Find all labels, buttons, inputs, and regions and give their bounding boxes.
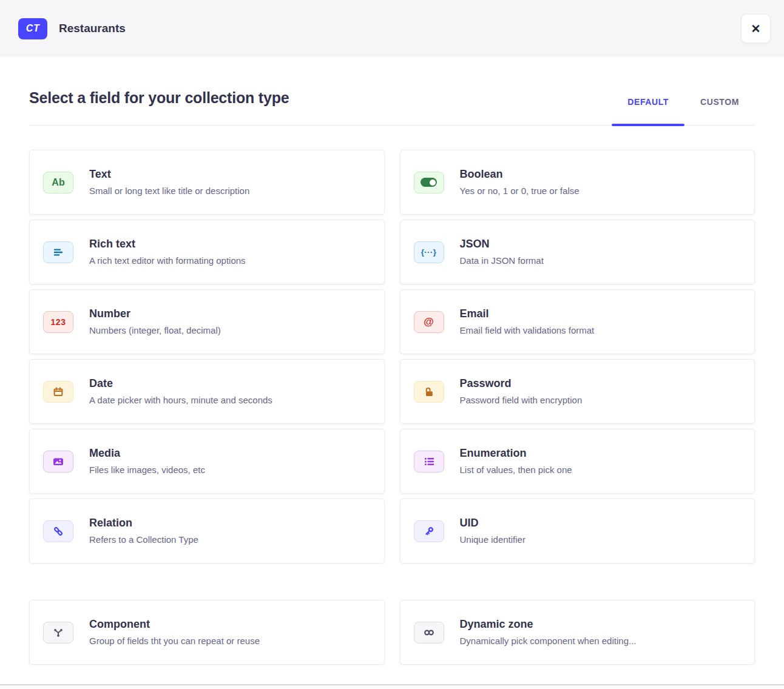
123-icon: 123 bbox=[43, 311, 73, 333]
field-description: Small or long text like title or descrip… bbox=[89, 185, 249, 197]
field-name: Component bbox=[89, 618, 260, 631]
toggle-on-icon bbox=[414, 172, 444, 193]
field-description: Files like images, videos, etc bbox=[89, 464, 205, 476]
page-title: Select a field for your collection type bbox=[29, 89, 289, 107]
field-name: Media bbox=[89, 447, 205, 460]
ab-text-icon: Ab bbox=[43, 172, 73, 193]
modal-footer-divider bbox=[0, 684, 784, 689]
field-name: Relation bbox=[89, 517, 198, 530]
field-description: Numbers (integer, float, decimal) bbox=[89, 324, 221, 337]
close-icon: ✕ bbox=[751, 23, 761, 35]
field-description: Group of fields tht you can repeat or re… bbox=[89, 635, 260, 647]
field-grid-advanced: Component Group of fields tht you can re… bbox=[29, 600, 755, 665]
create-field-modal: CT Restaurants ✕ Select a field for your… bbox=[0, 0, 784, 689]
field-card-date[interactable]: Date A date picker with hours, minute an… bbox=[29, 359, 385, 424]
field-card-email[interactable]: @ Email Email field with validations for… bbox=[400, 289, 755, 354]
calendar-icon bbox=[43, 381, 73, 403]
field-description: Yes or no, 1 or 0, true or false bbox=[460, 185, 580, 197]
infinity-icon bbox=[414, 622, 444, 644]
field-description: Dynamically pick component when editing.… bbox=[460, 635, 637, 647]
field-name: Text bbox=[89, 168, 249, 181]
field-card-component[interactable]: Component Group of fields tht you can re… bbox=[29, 600, 385, 665]
text-lines-icon bbox=[43, 241, 73, 263]
field-name: Date bbox=[89, 377, 272, 391]
field-name: Boolean bbox=[460, 168, 580, 181]
field-card-dynamic-zone[interactable]: Dynamic zone Dynamically pick component … bbox=[400, 600, 755, 665]
field-card-media[interactable]: Media Files like images, videos, etc bbox=[29, 429, 385, 494]
tab-custom[interactable]: CUSTOM bbox=[684, 97, 755, 125]
field-card-text[interactable]: Ab Text Small or long text like title or… bbox=[29, 150, 385, 215]
chain-link-icon bbox=[43, 520, 73, 542]
field-name: Dynamic zone bbox=[460, 618, 637, 631]
tab-default[interactable]: DEFAULT bbox=[612, 97, 684, 125]
field-name: Number bbox=[89, 308, 221, 321]
at-sign-icon: @ bbox=[414, 311, 444, 333]
field-card-boolean[interactable]: Boolean Yes or no, 1 or 0, true or false bbox=[400, 150, 755, 215]
modal-body: Select a field for your collection type … bbox=[0, 57, 784, 665]
share-nodes-icon bbox=[43, 622, 73, 644]
field-card-number[interactable]: 123 Number Numbers (integer, float, deci… bbox=[29, 289, 385, 354]
field-description: Email field with validations format bbox=[460, 324, 595, 337]
picture-icon bbox=[43, 451, 73, 472]
bullet-list-icon bbox=[414, 451, 444, 472]
field-name: Email bbox=[460, 308, 595, 321]
field-description: A rich text editor with formating option… bbox=[89, 255, 246, 267]
field-name: Enumeration bbox=[460, 447, 572, 460]
field-name: JSON bbox=[460, 238, 544, 251]
content-type-badge: CT bbox=[18, 18, 47, 39]
field-card-json[interactable]: {···} JSON Data in JSON format bbox=[400, 220, 755, 284]
field-description: Password field with encryption bbox=[460, 394, 583, 406]
field-description: Refers to a Collection Type bbox=[89, 534, 198, 546]
lock-icon bbox=[414, 381, 444, 403]
modal-header: CT Restaurants ✕ bbox=[0, 0, 784, 57]
field-card-enumeration[interactable]: Enumeration List of values, then pick on… bbox=[400, 429, 755, 494]
field-card-rich-text[interactable]: Rich text A rich text editor with format… bbox=[29, 220, 385, 284]
field-description: Data in JSON format bbox=[460, 255, 544, 267]
key-icon bbox=[414, 520, 444, 542]
field-card-relation[interactable]: Relation Refers to a Collection Type bbox=[29, 499, 385, 563]
field-tabs: DEFAULT CUSTOM bbox=[612, 97, 755, 125]
field-grid-default: Ab Text Small or long text like title or… bbox=[29, 150, 755, 563]
field-description: Unique identifier bbox=[460, 534, 525, 546]
field-card-password[interactable]: Password Password field with encryption bbox=[400, 359, 755, 424]
content-type-title: Restaurants bbox=[59, 22, 126, 35]
curly-braces-icon: {···} bbox=[414, 241, 444, 263]
field-name: Rich text bbox=[89, 238, 246, 251]
field-name: UID bbox=[460, 517, 525, 530]
title-row: Select a field for your collection type … bbox=[29, 57, 755, 126]
field-name: Password bbox=[460, 377, 583, 391]
close-button[interactable]: ✕ bbox=[741, 14, 771, 43]
field-description: List of values, then pick one bbox=[460, 464, 572, 476]
field-card-uid[interactable]: UID Unique identifier bbox=[400, 499, 755, 563]
field-description: A date picker with hours, minute and sec… bbox=[89, 394, 272, 406]
